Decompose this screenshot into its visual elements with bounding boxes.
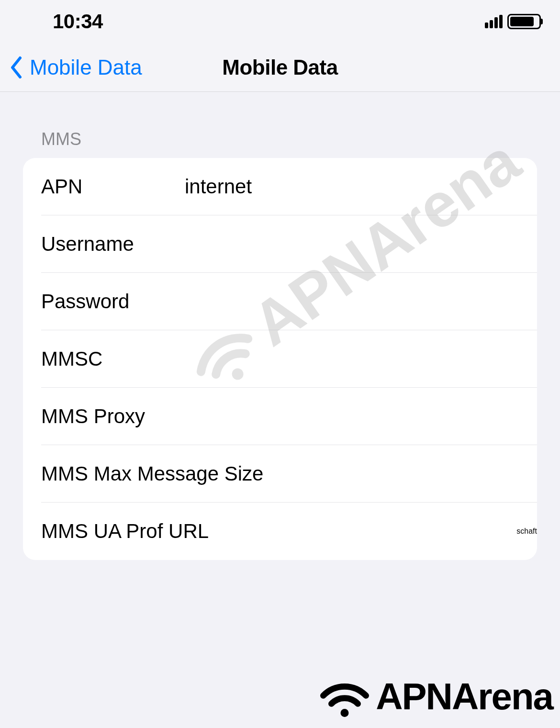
row-password[interactable]: Password: [23, 273, 537, 330]
brand-text: APNArena: [376, 675, 553, 718]
content: MMS APN Username Password MMSC MMS Proxy…: [0, 92, 560, 560]
status-time: 10:34: [53, 10, 103, 33]
input-mmsc[interactable]: [185, 347, 537, 370]
row-label-username: Username: [41, 233, 185, 256]
row-label-mmsc: MMSC: [41, 347, 185, 370]
input-mms-max-size[interactable]: [263, 462, 537, 485]
nav-title: Mobile Data: [222, 56, 337, 79]
row-label-mms-max-size: MMS Max Message Size: [41, 462, 263, 485]
chevron-left-icon: [10, 56, 23, 79]
input-mms-ua-prof-url[interactable]: [209, 520, 516, 543]
row-mms-ua-prof-url[interactable]: MMS UA Prof URL schaft: [23, 503, 537, 560]
status-icons: [485, 14, 541, 29]
nav-bar: Mobile Data Mobile Data: [0, 43, 560, 92]
row-label-mms-ua-prof-url: MMS UA Prof URL: [41, 520, 209, 543]
input-username[interactable]: [185, 233, 537, 256]
back-label: Mobile Data: [30, 56, 142, 79]
brand-logo: APNArena: [318, 675, 553, 718]
section-header-mms: MMS: [23, 92, 537, 158]
row-apn[interactable]: APN: [23, 158, 537, 215]
input-mms-proxy[interactable]: [185, 405, 537, 428]
back-button[interactable]: Mobile Data: [0, 56, 142, 79]
wifi-icon: [318, 676, 371, 717]
row-label-mms-proxy: MMS Proxy: [41, 405, 185, 428]
settings-group: APN Username Password MMSC MMS Proxy MMS…: [23, 158, 537, 560]
cellular-signal-icon: [485, 15, 503, 28]
row-label-apn: APN: [41, 175, 185, 198]
row-mms-proxy[interactable]: MMS Proxy: [23, 388, 537, 445]
battery-icon: [507, 14, 541, 29]
input-password[interactable]: [185, 290, 537, 313]
input-apn[interactable]: [185, 175, 537, 198]
row-mms-max-size[interactable]: MMS Max Message Size: [23, 445, 537, 503]
row-mmsc[interactable]: MMSC: [23, 330, 537, 388]
status-bar: 10:34: [0, 0, 560, 43]
svg-point-1: [341, 709, 349, 717]
row-label-password: Password: [41, 290, 185, 313]
row-username[interactable]: Username: [23, 215, 537, 273]
